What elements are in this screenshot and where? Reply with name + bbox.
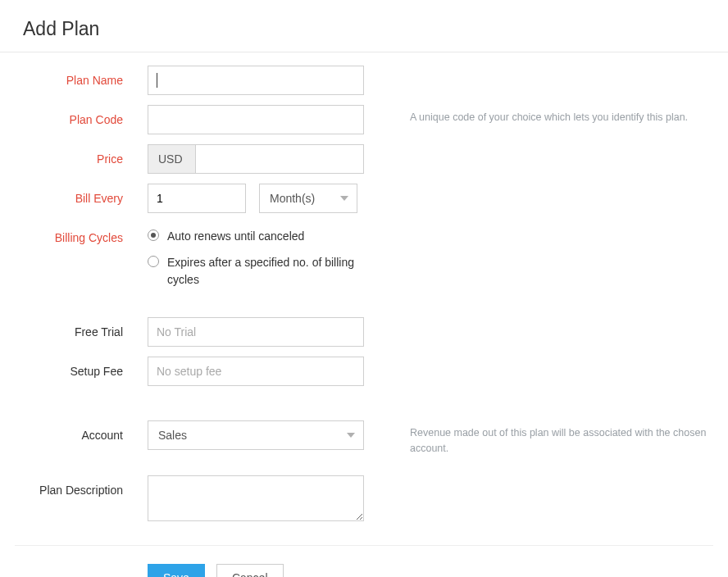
setup-fee-input[interactable] [148, 357, 364, 386]
help-plan-code: A unique code of your choice which lets … [385, 105, 728, 125]
radio-label-auto: Auto renews until canceled [167, 228, 304, 244]
bill-every-unit-value: Month(s) [270, 192, 315, 205]
page-header: Add Plan [0, 0, 728, 52]
help-account: Revenue made out of this plan will be as… [385, 420, 728, 457]
account-select-value: Sales [158, 429, 187, 442]
page-title: Add Plan [23, 18, 705, 40]
price-input[interactable] [196, 145, 363, 173]
save-button[interactable]: Save [148, 564, 205, 577]
row-billing-cycles: Billing Cycles Auto renews until cancele… [0, 218, 728, 302]
label-price: Price [0, 144, 148, 166]
radio-icon [148, 256, 159, 267]
currency-label: USD [148, 145, 196, 173]
free-trial-input[interactable] [148, 317, 364, 347]
bill-every-number-input[interactable] [148, 184, 246, 213]
row-plan-code: Plan Code A unique code of your choice w… [0, 100, 728, 139]
form-footer: Save Cancel [0, 546, 728, 577]
cancel-button[interactable]: Cancel [216, 564, 284, 577]
row-plan-name: Plan Name [0, 61, 728, 100]
row-setup-fee: Setup Fee [0, 352, 728, 391]
account-select[interactable]: Sales [148, 420, 364, 450]
row-price: Price USD [0, 139, 728, 179]
label-setup-fee: Setup Fee [0, 357, 148, 378]
label-free-trial: Free Trial [0, 317, 148, 338]
label-bill-every: Bill Every [0, 184, 148, 205]
label-billing-cycles: Billing Cycles [0, 223, 148, 244]
text-cursor [157, 73, 157, 88]
row-free-trial: Free Trial [0, 312, 728, 352]
radio-label-expires: Expires after a specified no. of billing… [167, 254, 385, 288]
label-plan-name: Plan Name [0, 66, 148, 87]
radio-icon [148, 229, 159, 241]
plan-description-textarea[interactable] [148, 475, 364, 521]
row-bill-every: Bill Every Month(s) [0, 179, 728, 218]
row-account: Account Sales Revenue made out of this p… [0, 416, 728, 461]
label-plan-description: Plan Description [0, 475, 148, 497]
chevron-down-icon [340, 196, 348, 201]
row-plan-description: Plan Description [0, 470, 728, 529]
price-input-group: USD [148, 144, 364, 174]
plan-code-input[interactable] [148, 105, 364, 134]
add-plan-form: Plan Name Plan Code A unique code of you… [0, 52, 728, 577]
billing-cycles-radio-group: Auto renews until canceled Expires after… [148, 223, 385, 288]
label-account: Account [0, 420, 148, 442]
plan-name-input[interactable] [148, 66, 364, 95]
billing-cycles-radio-expires[interactable]: Expires after a specified no. of billing… [148, 254, 385, 288]
label-plan-code: Plan Code [0, 105, 148, 126]
chevron-down-icon [347, 433, 355, 438]
bill-every-unit-select[interactable]: Month(s) [259, 184, 357, 213]
billing-cycles-radio-auto[interactable]: Auto renews until canceled [148, 228, 385, 244]
